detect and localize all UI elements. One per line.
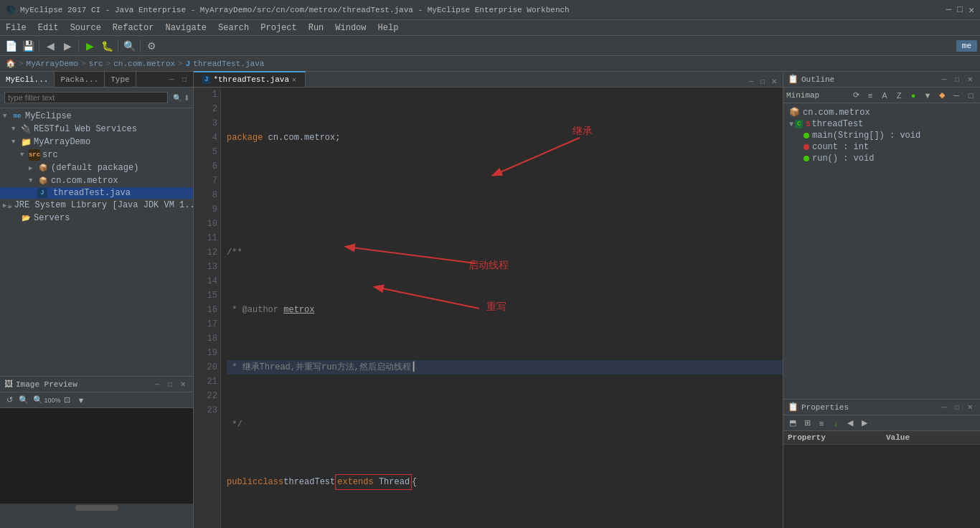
close-button[interactable]: ✕ [969, 4, 974, 16]
tree-item-threadtest[interactable]: J threadTest.java [0, 187, 193, 199]
props-toolbar-btn2[interactable]: ⊞ [801, 417, 814, 430]
img-zoom-out[interactable]: 🔍 [32, 394, 44, 407]
outline-close[interactable]: ✕ [964, 74, 976, 85]
minimap-btn4[interactable]: Z [892, 89, 905, 102]
minimap-btn8[interactable]: ─ [950, 89, 963, 102]
tree-item-servers[interactable]: 📂 Servers [0, 212, 193, 225]
outline-minimize[interactable]: ─ [938, 74, 950, 85]
toolbar-forward[interactable]: ▶ [60, 38, 75, 54]
props-toolbar-btn6[interactable]: ▶ [858, 417, 871, 430]
minimap-btn3[interactable]: A [878, 89, 891, 102]
editor-tab-threadtest[interactable]: J *threadTest.java ✕ [194, 71, 306, 87]
properties-title: 📋 Properties [788, 402, 938, 412]
tree-item-jre[interactable]: ▶ ☕ JRE System Library [Java JDK VM 1... [0, 199, 193, 212]
tree-item-cncommetrox[interactable]: ▼ 📦 cn.com.metrox [0, 174, 193, 187]
img-preview-minimize[interactable]: ─ [151, 379, 163, 390]
restful-icon: 🔌 [20, 123, 32, 135]
menu-search[interactable]: Search [212, 20, 255, 35]
collapse-all-btn[interactable]: ⬇ [182, 92, 192, 103]
tree-item-src[interactable]: ▼ src src [0, 148, 193, 161]
properties-header: 📋 Properties ─ □ ✕ [783, 400, 980, 415]
breadcrumb-package[interactable]: cn.com.metrox [113, 60, 175, 68]
outline-count[interactable]: count : int [783, 141, 980, 153]
tab-myeclipse[interactable]: MyEcli... [0, 72, 55, 87]
menu-edit[interactable]: Edit [32, 20, 65, 35]
outline-icon: 📋 [788, 74, 798, 85]
arrow-restful: ▼ [11, 126, 20, 133]
outline-package[interactable]: 📦 cn.com.metrox [783, 106, 980, 118]
panel-maximize-btn[interactable]: □ [179, 74, 190, 85]
servers-icon: 📂 [20, 212, 32, 224]
props-toolbar-btn3[interactable]: ≡ [815, 417, 828, 430]
props-toolbar-btn5[interactable]: ◀ [844, 417, 857, 430]
menu-run[interactable]: Run [303, 20, 330, 35]
toolbar-back[interactable]: ◀ [42, 38, 58, 54]
toolbar-debug[interactable]: 🐛 [99, 38, 115, 54]
minimap-btn9[interactable]: □ [964, 89, 977, 102]
minimap-btn5[interactable]: ● [907, 89, 920, 102]
maximize-button[interactable]: □ [957, 4, 963, 16]
img-rotate-left[interactable]: ↺ [3, 394, 16, 407]
editor-panel-maximize[interactable]: □ [757, 75, 768, 87]
minimap-btn1[interactable]: ⟳ [849, 89, 862, 102]
img-preview-close[interactable]: ✕ [177, 379, 189, 390]
tree-item-restful[interactable]: ▼ 🔌 RESTful Web Services [0, 123, 193, 136]
breadcrumb-home[interactable]: 🏠 [6, 59, 16, 68]
breadcrumb-sep4: > [178, 60, 183, 68]
props-toolbar-btn4[interactable]: ↓ [829, 417, 842, 430]
img-fit[interactable]: ⊡ [60, 394, 73, 407]
img-panel-down[interactable]: ▼ [75, 394, 88, 407]
img-zoom-in[interactable]: 🔍 [17, 394, 30, 407]
filter-icon: 🔍 [172, 92, 182, 103]
editor-tab-java-icon: J [202, 75, 210, 84]
minimap-btn7[interactable]: ◆ [936, 89, 948, 102]
minimize-button[interactable]: ─ [946, 4, 952, 16]
breadcrumb-src[interactable]: src [89, 60, 103, 68]
filter-input[interactable] [4, 92, 168, 103]
toolbar-new[interactable]: 📄 [3, 38, 19, 54]
breadcrumb-file[interactable]: threadTest.java [193, 60, 264, 68]
user-button[interactable]: me [956, 40, 977, 52]
tab-type[interactable]: Type [105, 72, 136, 87]
menu-source[interactable]: Source [65, 20, 107, 35]
props-maximize[interactable]: □ [951, 402, 963, 413]
tab-close-btn[interactable]: ✕ [292, 75, 296, 84]
myeclipse-icon: me [11, 110, 23, 122]
menu-window[interactable]: Window [329, 20, 372, 35]
menu-file[interactable]: File [0, 20, 32, 35]
editor-panel-minimize[interactable]: ─ [745, 75, 757, 87]
class-expand-arrow: ▼ [789, 121, 793, 128]
outline-class[interactable]: ▼ C 5 threadTest [783, 118, 980, 130]
toolbar-save[interactable]: 💾 [20, 38, 36, 54]
minimap-btn6[interactable]: ▼ [921, 89, 934, 102]
props-minimize[interactable]: ─ [938, 402, 950, 413]
menu-project[interactable]: Project [255, 20, 302, 35]
code-text[interactable]: package cn.com.metrox; /** * @author met… [221, 88, 783, 528]
menu-help[interactable]: Help [372, 20, 405, 35]
tab-package[interactable]: Packa... [55, 72, 105, 87]
menu-refactor[interactable]: Refactor [107, 20, 160, 35]
toolbar-search[interactable]: 🔍 [121, 38, 137, 54]
outline-main[interactable]: main(String[]) : void [783, 130, 980, 141]
tree-label-restful: RESTful Web Services [34, 124, 137, 134]
editor-panel-close[interactable]: ✕ [768, 75, 780, 87]
menu-navigate[interactable]: Navigate [159, 20, 212, 35]
tree-item-myarraydemo[interactable]: ▼ 📁 MyArrayDemo [0, 136, 193, 148]
tree-label-jre: JRE System Library [Java JDK VM 1... [14, 200, 193, 210]
panel-minimize-btn[interactable]: ─ [166, 74, 177, 85]
img-size-toggle[interactable]: 100% [46, 394, 59, 407]
outline-maximize[interactable]: □ [951, 74, 963, 85]
tree-item-default-pkg[interactable]: ▶ 📦 (default package) [0, 161, 193, 174]
toolbar-run[interactable]: ▶ [82, 38, 98, 54]
props-close[interactable]: ✕ [964, 402, 976, 413]
outline-run[interactable]: run() : void [783, 153, 980, 164]
breadcrumb-project[interactable]: MyArrayDemo [27, 60, 79, 68]
code-line-4: * @author metrox [227, 303, 783, 317]
toolbar-settings[interactable]: ⚙ [143, 38, 159, 54]
code-line-5: * 继承Thread,并重写run方法,然后启动线程┃ [227, 360, 783, 374]
props-table [783, 445, 980, 528]
tree-item-myeclipse[interactable]: ▼ me MyEclipse [0, 110, 193, 123]
minimap-btn2[interactable]: ≡ [864, 89, 877, 102]
img-preview-maximize[interactable]: □ [164, 379, 176, 390]
props-toolbar-btn1[interactable]: ⬒ [786, 417, 799, 430]
